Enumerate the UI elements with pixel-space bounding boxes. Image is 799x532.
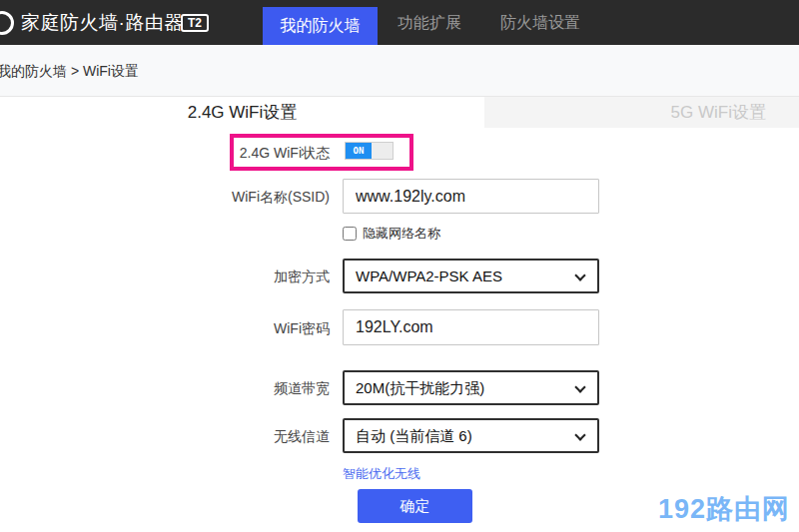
bandwidth-label: 频道带宽 xyxy=(100,380,330,398)
ssid-label: WiFi名称(SSID) xyxy=(100,189,330,207)
wifi-status-label: 2.4G WiFi状态 xyxy=(100,145,330,163)
chevron-down-icon xyxy=(574,429,585,440)
ssid-input[interactable] xyxy=(343,179,599,214)
model-badge: T2 xyxy=(181,14,209,32)
bandwidth-selected-value: 20M(抗干扰能力强) xyxy=(356,379,484,396)
toggle-on-knob: ON xyxy=(346,143,372,159)
breadcrumb: 我的防火墙 > WiFi设置 xyxy=(0,45,139,97)
breadcrumb-bar: 我的防火墙 > WiFi设置 xyxy=(0,45,799,97)
encryption-label: 加密方式 xyxy=(100,268,330,286)
hide-network-checkbox[interactable] xyxy=(343,227,357,241)
hide-network-label: 隐藏网络名称 xyxy=(363,225,440,243)
nav-tab-my-firewall[interactable]: 我的防火墙 xyxy=(263,7,378,45)
channel-selected-value: 自动 (当前信道 6) xyxy=(356,427,472,444)
wifi-status-toggle[interactable]: ON xyxy=(345,142,394,160)
brand-title: 家庭防火墙·路由器 xyxy=(21,0,184,45)
tab-24g-wifi-settings[interactable]: 2.4G WiFi设置 xyxy=(0,97,484,128)
encryption-selected-value: WPA/WPA2-PSK AES xyxy=(356,267,502,284)
top-navbar: 家庭防火墙·路由器 T2 我的防火墙 功能扩展 防火墙设置 xyxy=(0,0,799,45)
chevron-down-icon xyxy=(574,269,585,280)
channel-label: 无线信道 xyxy=(100,428,330,446)
tab-5g-wifi-settings[interactable]: 5G WiFi设置 xyxy=(484,97,799,128)
wifi-password-label: WiFi密码 xyxy=(100,320,330,338)
site-watermark: 192路由网 xyxy=(658,491,790,527)
bandwidth-select[interactable]: 20M(抗干扰能力强) xyxy=(343,370,599,405)
hide-network-row: 隐藏网络名称 xyxy=(343,225,440,242)
chevron-down-icon xyxy=(574,381,585,392)
nav-tab-extensions[interactable]: 功能扩展 xyxy=(398,0,461,45)
wifi-password-input[interactable] xyxy=(343,309,599,345)
router-settings-page: 家庭防火墙·路由器 T2 我的防火墙 功能扩展 防火墙设置 我的防火墙 > Wi… xyxy=(0,0,799,532)
nav-tab-firewall-settings[interactable]: 防火墙设置 xyxy=(500,0,580,45)
smart-optimize-wireless-link[interactable]: 智能优化无线 xyxy=(343,465,420,483)
confirm-button[interactable]: 确定 xyxy=(358,489,472,523)
channel-select[interactable]: 自动 (当前信道 6) xyxy=(343,418,599,453)
encryption-select[interactable]: WPA/WPA2-PSK AES xyxy=(343,259,599,293)
brand-logo-icon xyxy=(0,11,14,35)
